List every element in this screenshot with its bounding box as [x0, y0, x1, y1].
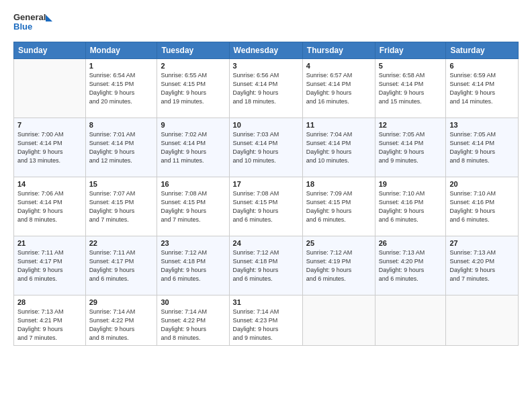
header: GeneralBlue	[13, 11, 519, 35]
calendar-cell: 30Sunrise: 7:14 AM Sunset: 4:22 PM Dayli…	[157, 295, 229, 346]
calendar-cell: 16Sunrise: 7:08 AM Sunset: 4:15 PM Dayli…	[157, 177, 229, 236]
day-number: 21	[17, 239, 82, 247]
day-number: 15	[89, 180, 154, 188]
day-number: 19	[379, 180, 443, 188]
svg-text:General: General	[13, 12, 46, 22]
calendar-header-wednesday: Wednesday	[229, 42, 302, 59]
day-info: Sunrise: 6:55 AM Sunset: 4:15 PM Dayligh…	[161, 71, 225, 106]
day-info: Sunrise: 7:08 AM Sunset: 4:15 PM Dayligh…	[161, 189, 225, 224]
day-number: 12	[379, 121, 443, 129]
calendar-cell: 23Sunrise: 7:12 AM Sunset: 4:18 PM Dayli…	[157, 236, 229, 295]
calendar-cell: 31Sunrise: 7:14 AM Sunset: 4:23 PM Dayli…	[229, 295, 302, 346]
calendar-header-sunday: Sunday	[14, 42, 86, 59]
logo: GeneralBlue	[13, 11, 54, 35]
day-info: Sunrise: 7:00 AM Sunset: 4:14 PM Dayligh…	[17, 130, 82, 165]
day-info: Sunrise: 7:09 AM Sunset: 4:15 PM Dayligh…	[306, 189, 371, 224]
day-info: Sunrise: 7:02 AM Sunset: 4:14 PM Dayligh…	[161, 130, 225, 165]
calendar-cell: 11Sunrise: 7:04 AM Sunset: 4:14 PM Dayli…	[302, 118, 375, 177]
calendar-cell: 20Sunrise: 7:10 AM Sunset: 4:16 PM Dayli…	[446, 177, 519, 236]
page: GeneralBlue SundayMondayTuesdayWednesday…	[0, 0, 532, 411]
logo-svg: GeneralBlue	[13, 11, 54, 35]
calendar-week-1: 1Sunrise: 6:54 AM Sunset: 4:15 PM Daylig…	[14, 59, 519, 118]
svg-text:Blue: Blue	[13, 21, 32, 32]
day-info: Sunrise: 7:10 AM Sunset: 4:16 PM Dayligh…	[379, 189, 443, 224]
day-number: 20	[449, 180, 515, 188]
day-info: Sunrise: 7:03 AM Sunset: 4:14 PM Dayligh…	[233, 130, 299, 165]
day-info: Sunrise: 7:11 AM Sunset: 4:17 PM Dayligh…	[17, 248, 82, 283]
day-info: Sunrise: 6:56 AM Sunset: 4:14 PM Dayligh…	[233, 71, 299, 106]
calendar-cell: 8Sunrise: 7:01 AM Sunset: 4:14 PM Daylig…	[85, 118, 157, 177]
calendar-cell: 25Sunrise: 7:12 AM Sunset: 4:19 PM Dayli…	[302, 236, 375, 295]
day-info: Sunrise: 7:14 AM Sunset: 4:22 PM Dayligh…	[161, 308, 225, 342]
calendar-cell: 4Sunrise: 6:57 AM Sunset: 4:14 PM Daylig…	[302, 59, 375, 118]
calendar-cell: 5Sunrise: 6:58 AM Sunset: 4:14 PM Daylig…	[375, 59, 446, 118]
day-number: 23	[161, 239, 225, 247]
day-number: 3	[233, 62, 299, 70]
day-info: Sunrise: 7:01 AM Sunset: 4:14 PM Dayligh…	[89, 130, 154, 165]
calendar-cell: 17Sunrise: 7:08 AM Sunset: 4:15 PM Dayli…	[229, 177, 302, 236]
day-info: Sunrise: 7:11 AM Sunset: 4:17 PM Dayligh…	[89, 248, 154, 283]
day-number: 28	[17, 298, 82, 306]
day-info: Sunrise: 7:04 AM Sunset: 4:14 PM Dayligh…	[306, 130, 371, 165]
calendar-week-5: 28Sunrise: 7:13 AM Sunset: 4:21 PM Dayli…	[14, 295, 519, 346]
day-info: Sunrise: 7:13 AM Sunset: 4:20 PM Dayligh…	[449, 248, 515, 283]
calendar-cell: 7Sunrise: 7:00 AM Sunset: 4:14 PM Daylig…	[14, 118, 86, 177]
calendar-cell: 10Sunrise: 7:03 AM Sunset: 4:14 PM Dayli…	[229, 118, 302, 177]
day-number: 18	[306, 180, 371, 188]
day-number: 31	[233, 298, 299, 306]
svg-marker-2	[46, 15, 52, 21]
day-number: 17	[233, 180, 299, 188]
day-info: Sunrise: 7:05 AM Sunset: 4:14 PM Dayligh…	[449, 130, 515, 165]
calendar-cell: 18Sunrise: 7:09 AM Sunset: 4:15 PM Dayli…	[302, 177, 375, 236]
day-info: Sunrise: 7:14 AM Sunset: 4:23 PM Dayligh…	[233, 308, 299, 342]
day-number: 30	[161, 298, 225, 306]
day-info: Sunrise: 6:54 AM Sunset: 4:15 PM Dayligh…	[89, 71, 154, 106]
day-number: 1	[89, 62, 154, 70]
calendar-cell: 2Sunrise: 6:55 AM Sunset: 4:15 PM Daylig…	[157, 59, 229, 118]
day-info: Sunrise: 6:57 AM Sunset: 4:14 PM Dayligh…	[306, 71, 371, 106]
day-info: Sunrise: 7:05 AM Sunset: 4:14 PM Dayligh…	[379, 130, 443, 165]
day-info: Sunrise: 7:12 AM Sunset: 4:18 PM Dayligh…	[233, 248, 299, 283]
day-number: 13	[449, 121, 515, 129]
day-number: 26	[379, 239, 443, 247]
day-number: 16	[161, 180, 225, 188]
calendar-cell: 19Sunrise: 7:10 AM Sunset: 4:16 PM Dayli…	[375, 177, 446, 236]
calendar-cell	[14, 59, 86, 118]
day-number: 25	[306, 239, 371, 247]
calendar-cell: 3Sunrise: 6:56 AM Sunset: 4:14 PM Daylig…	[229, 59, 302, 118]
day-number: 2	[161, 62, 225, 70]
calendar-cell: 28Sunrise: 7:13 AM Sunset: 4:21 PM Dayli…	[14, 295, 86, 346]
day-number: 9	[161, 121, 225, 129]
day-info: Sunrise: 7:13 AM Sunset: 4:20 PM Dayligh…	[379, 248, 443, 283]
calendar-cell: 14Sunrise: 7:06 AM Sunset: 4:14 PM Dayli…	[14, 177, 86, 236]
calendar-cell	[446, 295, 519, 346]
day-number: 14	[17, 180, 82, 188]
calendar-cell: 29Sunrise: 7:14 AM Sunset: 4:22 PM Dayli…	[85, 295, 157, 346]
calendar-cell: 9Sunrise: 7:02 AM Sunset: 4:14 PM Daylig…	[157, 118, 229, 177]
calendar-table: SundayMondayTuesdayWednesdayThursdayFrid…	[13, 42, 519, 346]
calendar-cell: 21Sunrise: 7:11 AM Sunset: 4:17 PM Dayli…	[14, 236, 86, 295]
calendar-cell: 26Sunrise: 7:13 AM Sunset: 4:20 PM Dayli…	[375, 236, 446, 295]
calendar-week-3: 14Sunrise: 7:06 AM Sunset: 4:14 PM Dayli…	[14, 177, 519, 236]
calendar-cell: 24Sunrise: 7:12 AM Sunset: 4:18 PM Dayli…	[229, 236, 302, 295]
calendar-week-4: 21Sunrise: 7:11 AM Sunset: 4:17 PM Dayli…	[14, 236, 519, 295]
day-number: 27	[449, 239, 515, 247]
day-number: 7	[17, 121, 82, 129]
day-info: Sunrise: 7:10 AM Sunset: 4:16 PM Dayligh…	[449, 189, 515, 224]
day-info: Sunrise: 7:13 AM Sunset: 4:21 PM Dayligh…	[17, 308, 82, 342]
calendar-week-2: 7Sunrise: 7:00 AM Sunset: 4:14 PM Daylig…	[14, 118, 519, 177]
day-number: 11	[306, 121, 371, 129]
day-number: 4	[306, 62, 371, 70]
day-info: Sunrise: 7:14 AM Sunset: 4:22 PM Dayligh…	[89, 308, 154, 342]
calendar-header-monday: Monday	[85, 42, 157, 59]
calendar-cell: 1Sunrise: 6:54 AM Sunset: 4:15 PM Daylig…	[85, 59, 157, 118]
day-number: 22	[89, 239, 154, 247]
calendar-cell	[302, 295, 375, 346]
calendar-cell	[375, 295, 446, 346]
calendar-header-friday: Friday	[375, 42, 446, 59]
day-number: 8	[89, 121, 154, 129]
day-number: 24	[233, 239, 299, 247]
day-info: Sunrise: 7:07 AM Sunset: 4:15 PM Dayligh…	[89, 189, 154, 224]
day-number: 6	[449, 62, 515, 70]
calendar-cell: 15Sunrise: 7:07 AM Sunset: 4:15 PM Dayli…	[85, 177, 157, 236]
